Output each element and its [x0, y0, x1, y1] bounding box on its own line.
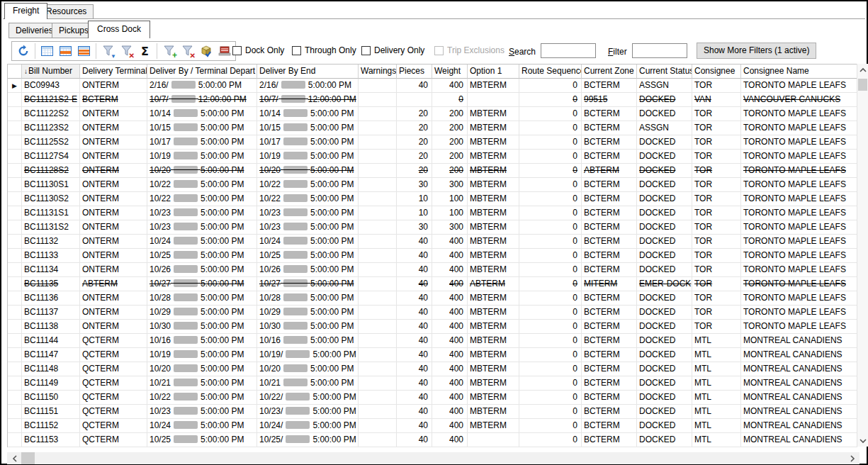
- redacted-year: [174, 194, 198, 202]
- cell-route: 0: [519, 206, 582, 220]
- table-row[interactable]: BC11149QCTERM10/215:00:00 PM10/215:00:00…: [8, 376, 857, 391]
- table-row[interactable]: BC11122S2ONTERM10/145:00:00 PM10/145:00:…: [8, 107, 857, 121]
- table-row[interactable]: BC11137ONTERM10/295:00:00 PM10/295:00:00…: [8, 306, 857, 320]
- cell-route: 0: [519, 121, 582, 135]
- table-row[interactable]: BC11123S2ONTERM10/155:00:00 PM10/155:00:…: [8, 121, 857, 135]
- filter-clear-icon[interactable]: ✕: [118, 43, 135, 60]
- table-row[interactable]: BC11131S1ONTERM10/235:00:00 PM10/235:00:…: [8, 206, 857, 220]
- cell-consName: TORONTO MAPLE LEAFS: [741, 306, 857, 320]
- column-header-dby[interactable]: Deliver By / Terminal Depart: [147, 65, 257, 79]
- search-input[interactable]: [541, 43, 596, 58]
- column-header-zone[interactable]: Current Zone: [582, 65, 637, 79]
- table-row[interactable]: BC11135ABTERM10/275:00:00 PM10/275:00:00…: [8, 277, 857, 291]
- cell-opt1: MBTERM: [468, 391, 519, 405]
- table-row[interactable]: BC11131S2ONTERM10/235:00:00 PM10/235:00:…: [8, 220, 857, 235]
- current-row-indicator-icon: ▶: [10, 79, 19, 93]
- column-header-status[interactable]: Current Status: [637, 65, 692, 79]
- column-header-pieces[interactable]: Pieces: [397, 65, 432, 79]
- table-row[interactable]: BC11150QCTERM10/225:00:00 PM10/22/5:00:0…: [8, 391, 857, 405]
- cell-cons: TOR: [692, 320, 741, 334]
- column-header-bill[interactable]: ↓Bill Number: [22, 65, 80, 79]
- package-check-icon[interactable]: [198, 43, 214, 60]
- cell-dbyEnd: 10/235:00:00 PM: [257, 220, 359, 235]
- table-row[interactable]: BC11130S1ONTERM10/225:00:00 PM10/225:00:…: [8, 178, 857, 192]
- cell-status: DOCKED: [637, 391, 692, 405]
- column-header-consName[interactable]: Consignee Name: [741, 65, 857, 79]
- horizontal-scrollbar[interactable]: [7, 452, 859, 464]
- cell-opt1: MBTERM: [468, 192, 519, 206]
- delivery-only-checkbox[interactable]: Delivery Only: [361, 45, 424, 55]
- vertical-scrollbar-thumb[interactable]: [858, 79, 867, 91]
- column-header-term[interactable]: Delivery Terminal: [80, 65, 147, 79]
- cell-term: QCTERM: [80, 348, 147, 362]
- sum-sigma-icon[interactable]: Σ: [137, 43, 153, 60]
- cell-term: ONTERM: [80, 320, 147, 334]
- refresh-icon[interactable]: [15, 43, 31, 60]
- grid-partial-icon[interactable]: [57, 43, 74, 60]
- scroll-right-icon[interactable]: [846, 452, 858, 464]
- column-header-cons[interactable]: Consignee: [692, 65, 741, 79]
- scroll-left-icon[interactable]: [9, 452, 21, 464]
- row-selector-header[interactable]: [8, 65, 22, 79]
- cell-warn: [359, 334, 397, 348]
- cell-status: DOCKED: [637, 164, 692, 178]
- filter-remove-icon[interactable]: ✕: [179, 43, 196, 60]
- table-row[interactable]: BC11138ONTERM10/305:00:00 PM10/305:00:00…: [8, 320, 857, 334]
- cell-consName: TORONTO MAPLE LEAFS: [741, 220, 857, 235]
- table-row[interactable]: BC11125S2ONTERM10/175:00:00 PM10/175:00:…: [8, 135, 857, 150]
- table-row[interactable]: BC11134ONTERM10/265:00:00 PM10/265:00:00…: [8, 263, 857, 277]
- grid-plain-icon[interactable]: [39, 43, 55, 60]
- column-header-route[interactable]: Route Sequence: [519, 65, 582, 79]
- cell-zone: BCTERM: [582, 192, 637, 206]
- filter-input[interactable]: [632, 43, 687, 58]
- table-row[interactable]: BC11121S2-EBCTERM10/7/12:00:00 PM10/7/12…: [8, 93, 857, 107]
- scroll-down-icon[interactable]: [857, 435, 868, 447]
- table-row[interactable]: BC11148QCTERM10/205:00:00 PM10/205:00:00…: [8, 362, 857, 376]
- show-more-filters-button[interactable]: Show More Filters (1 active): [697, 43, 816, 59]
- table-row[interactable]: BC11132ONTERM10/245:00:00 PM10/245:00:00…: [8, 235, 857, 249]
- table-row[interactable]: BC11133ONTERM10/255:00:00 PM10/255:00:00…: [8, 249, 857, 263]
- grid-full-icon[interactable]: [76, 43, 92, 60]
- vertical-scrollbar[interactable]: [857, 64, 868, 447]
- column-header-weight[interactable]: Weight: [432, 65, 468, 79]
- table-row[interactable]: ▶BC09943ONTERM2/16/5:00:00 PM2/16/5:00:0…: [8, 79, 857, 93]
- cell-pieces: 40: [397, 249, 432, 263]
- scroll-up-icon[interactable]: [857, 64, 868, 76]
- tab-cross-dock[interactable]: Cross Dock: [88, 21, 150, 38]
- cell-pieces: 40: [397, 263, 432, 277]
- cell-term: QCTERM: [80, 391, 147, 405]
- cell-warn: [359, 235, 397, 249]
- redacted-year: [283, 138, 308, 145]
- cell-term: QCTERM: [80, 376, 147, 391]
- column-header-warn[interactable]: Warnings: [359, 65, 397, 79]
- column-header-dbyEnd[interactable]: Deliver By End: [257, 65, 359, 79]
- cell-consName: TORONTO MAPLE LEAFS: [741, 107, 857, 121]
- table-row[interactable]: BC11144QCTERM10/165:00:00 PM10/165:00:00…: [8, 334, 857, 348]
- cell-dbyEnd: 10/19/5:00:00 PM: [257, 348, 359, 362]
- cell-pieces: 40: [397, 334, 432, 348]
- tab-freight[interactable]: Freight: [4, 3, 47, 19]
- horizontal-scrollbar-thumb[interactable]: [21, 452, 35, 464]
- table-row[interactable]: BC11147QCTERM10/195:00:00 PM10/19/5:00:0…: [8, 348, 857, 362]
- table-row[interactable]: BC11130S2ONTERM10/225:00:00 PM10/225:00:…: [8, 192, 857, 206]
- cell-bill: BC11151: [22, 405, 80, 419]
- search-label: Search: [509, 47, 536, 57]
- table-row[interactable]: BC11127S4ONTERM10/195:00:00 PM10/195:00:…: [8, 150, 857, 164]
- through-only-checkbox[interactable]: Through Only: [292, 45, 356, 55]
- cell-consName: TORONTO MAPLE LEAFS: [741, 320, 857, 334]
- redacted-year: [174, 393, 198, 400]
- cell-route: 0: [519, 192, 582, 206]
- filter-apply-icon[interactable]: ▼: [100, 43, 116, 60]
- column-header-opt1[interactable]: Option 1: [468, 65, 519, 79]
- table-row[interactable]: BC11128S2ONTERM10/205:00:00 PM10/205:00:…: [8, 164, 857, 178]
- cell-consName: MONTREAL CANADIENS: [741, 348, 857, 362]
- table-row[interactable]: BC11136ONTERM10/285:00:00 PM10/285:00:00…: [8, 291, 857, 306]
- cell-weight: 400: [432, 249, 468, 263]
- dock-door-icon[interactable]: [216, 43, 232, 60]
- table-row[interactable]: BC11152QCTERM10/245:00:00 PM10/24/5:00:0…: [8, 419, 857, 433]
- filter-add-icon[interactable]: +: [161, 43, 177, 60]
- dock-only-checkbox[interactable]: Dock Only: [232, 45, 284, 55]
- table-row[interactable]: BC11151QCTERM10/235:00:00 PM10/23/5:00:0…: [8, 405, 857, 419]
- table-row[interactable]: BC11153QCTERM10/255:00:00 PM10/25/5:00:0…: [8, 433, 857, 447]
- cell-bill: BC11153: [22, 433, 80, 447]
